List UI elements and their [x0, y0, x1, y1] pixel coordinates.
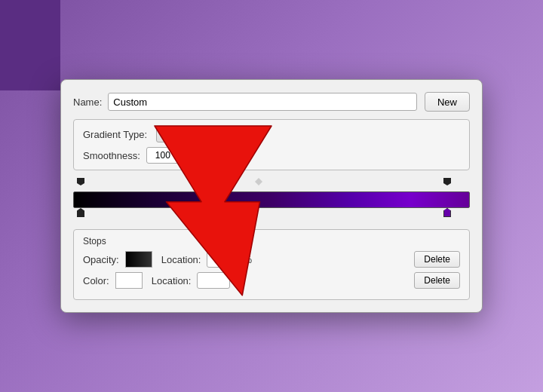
- spinner-up-icon[interactable]: ▲: [206, 127, 216, 133]
- opacity-stop-row: Opacity: Location: % Delete: [83, 251, 460, 268]
- smoothness-dropdown[interactable]: ▼: [179, 147, 193, 164]
- color-stop-left[interactable]: [76, 208, 85, 222]
- color-stop-marker-right: [443, 208, 451, 217]
- opacity-stop-right[interactable]: [443, 178, 452, 190]
- gradient-settings-fieldset: Gradient Type: Solid Noise ▲ ▼ Smoothnes…: [73, 119, 470, 170]
- top-stops-row: [73, 178, 470, 191]
- name-label: Name:: [73, 96, 102, 108]
- color-delete-button[interactable]: Delete: [414, 272, 460, 289]
- name-row: Name: New: [73, 92, 470, 112]
- bottom-stops-row: [73, 208, 470, 223]
- opacity-stop-left[interactable]: [76, 178, 85, 190]
- opacity-stop-marker-right: [443, 178, 451, 185]
- color-stop-label: Color:: [83, 275, 109, 286]
- smoothness-unit: %: [197, 150, 206, 161]
- opacity-delete-button[interactable]: Delete: [414, 251, 460, 268]
- color-stop-row: Color: Location: % Delete: [83, 272, 460, 289]
- smoothness-row: Smoothness: ▼ %: [83, 147, 460, 164]
- smoothness-input-group: ▼: [146, 147, 193, 164]
- stops-legend: Stops: [83, 236, 460, 247]
- background-square: [0, 0, 60, 90]
- gradient-bar[interactable]: [73, 191, 470, 208]
- opacity-stop-midpoint[interactable]: [254, 178, 263, 190]
- location-label-2: Location:: [152, 275, 192, 286]
- opacity-unit: %: [243, 254, 252, 265]
- stops-fieldset: Stops Opacity: Location: % Delete Color:…: [73, 229, 470, 300]
- gradient-editor-dialog: Name: New Gradient Type: Solid Noise ▲ ▼…: [60, 79, 483, 313]
- gradient-area: [73, 178, 470, 223]
- dialog-wrapper: Name: New Gradient Type: Solid Noise ▲ ▼…: [60, 79, 483, 313]
- smoothness-input[interactable]: [146, 147, 179, 164]
- new-button[interactable]: New: [425, 92, 470, 112]
- opacity-location-input[interactable]: [207, 251, 240, 268]
- color-unit: %: [233, 275, 242, 286]
- smoothness-label: Smoothness:: [83, 150, 140, 161]
- color-location-input[interactable]: [197, 272, 230, 289]
- gradient-type-select[interactable]: Solid Noise: [156, 126, 202, 142]
- gradient-type-label: Gradient Type:: [83, 129, 147, 140]
- opacity-stop-label: Opacity:: [83, 254, 119, 265]
- type-spinner[interactable]: ▲ ▼: [205, 126, 216, 142]
- location-label-1: Location:: [161, 254, 201, 265]
- color-stop-marker-left: [77, 208, 84, 217]
- opacity-midpoint-marker: [255, 178, 262, 185]
- opacity-stop-marker-left: [77, 178, 84, 185]
- color-stop-right[interactable]: [443, 208, 452, 222]
- opacity-color-preview[interactable]: [125, 251, 152, 268]
- color-color-preview[interactable]: [115, 272, 143, 289]
- name-input[interactable]: [108, 93, 417, 111]
- spinner-down-icon[interactable]: ▼: [206, 133, 216, 140]
- gradient-type-row: Gradient Type: Solid Noise ▲ ▼: [83, 126, 460, 142]
